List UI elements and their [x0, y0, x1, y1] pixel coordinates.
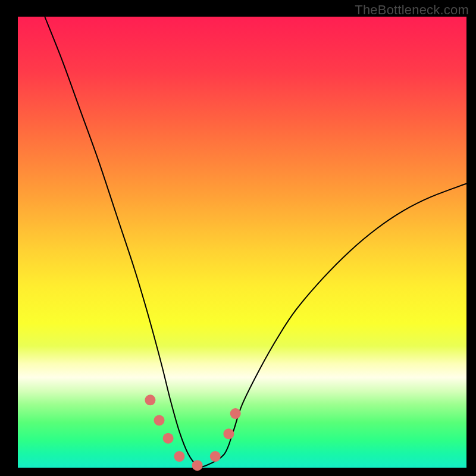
chart-frame: TheBottleneck.com — [0, 0, 476, 476]
highlight-dot — [192, 460, 203, 471]
highlight-dot — [223, 428, 234, 439]
highlight-dot — [154, 415, 165, 425]
highlight-dot — [174, 451, 184, 462]
highlight-dot — [210, 451, 221, 462]
curve-layer — [0, 0, 476, 476]
watermark-text: TheBottleneck.com — [355, 2, 469, 18]
highlight-dot — [145, 394, 155, 405]
bottleneck-curve-path — [45, 17, 466, 467]
highlight-dot — [230, 408, 241, 419]
highlight-dot — [163, 433, 174, 444]
